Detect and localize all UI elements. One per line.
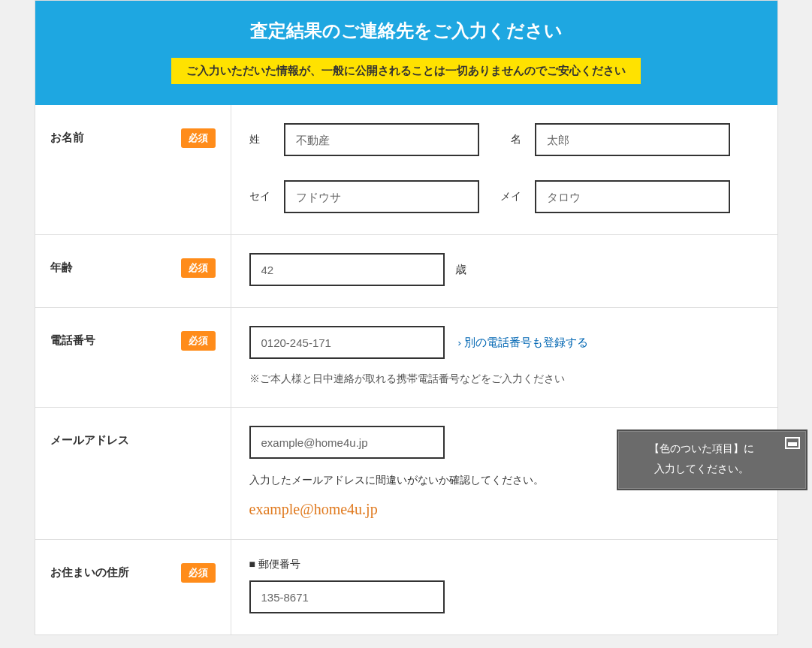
label-address-text: お住まいの住所 — [50, 561, 129, 580]
postal-label: ■ 郵便番号 — [249, 558, 759, 571]
validation-toast: 【色のついた項目】に 入力してください。 — [617, 429, 807, 490]
required-badge: 必須 — [181, 563, 216, 583]
age-input[interactable] — [249, 253, 445, 286]
mei-label: 名 — [488, 133, 526, 146]
email-input[interactable] — [249, 426, 445, 459]
row-address: お住まいの住所 必須 ■ 郵便番号 — [35, 540, 777, 634]
label-name: お名前 必須 — [35, 105, 231, 234]
toast-line2: 入力してください。 — [654, 463, 749, 475]
required-badge: 必須 — [181, 258, 216, 278]
label-age-text: 年齢 — [50, 256, 73, 275]
add-phone-link-text: 別の電話番号も登録する — [464, 336, 588, 350]
mei-input[interactable] — [535, 123, 730, 156]
minimize-icon[interactable] — [785, 437, 800, 449]
email-echo: example@home4u.jp — [249, 501, 759, 518]
postal-input[interactable] — [249, 580, 445, 613]
row-name: お名前 必須 姓 名 セイ メイ — [35, 105, 777, 235]
header-notice: ご入力いただいた情報が、一般に公開されることは一切ありませんのでご安心ください — [171, 58, 641, 84]
row-age: 年齢 必須 歳 — [35, 235, 777, 308]
label-phone: 電話番号 必須 — [35, 308, 231, 407]
label-phone-text: 電話番号 — [50, 329, 95, 348]
required-badge: 必須 — [181, 128, 216, 148]
age-row: 歳 — [249, 253, 759, 286]
row-phone: 電話番号 必須 › 別の電話番号も登録する ※ご本人様と日中連絡が取れる携帯電話… — [35, 308, 777, 408]
phone-input[interactable] — [249, 326, 445, 359]
sei-label: 姓 — [249, 133, 275, 146]
phone-note: ※ご本人様と日中連絡が取れる携帯電話番号などをご入力ください — [249, 372, 759, 386]
body-phone: › 別の電話番号も登録する ※ご本人様と日中連絡が取れる携帯電話番号などをご入力… — [231, 308, 777, 407]
header-title: 査定結果のご連絡先をご入力ください — [50, 19, 762, 43]
phone-row: › 別の電話番号も登録する — [249, 326, 759, 359]
label-name-text: お名前 — [50, 126, 84, 145]
form-container: 査定結果のご連絡先をご入力ください ご入力いただいた情報が、一般に公開されること… — [35, 0, 778, 635]
sei-kana-input[interactable] — [284, 180, 479, 213]
add-phone-link[interactable]: › 別の電話番号も登録する — [458, 336, 588, 350]
sei-input[interactable] — [284, 123, 479, 156]
age-unit: 歳 — [455, 263, 466, 277]
label-email-text: メールアドレス — [50, 429, 129, 448]
form-header: 査定結果のご連絡先をご入力ください ご入力いただいた情報が、一般に公開されること… — [35, 1, 777, 105]
sei-kana-label: セイ — [249, 190, 275, 203]
label-age: 年齢 必須 — [35, 235, 231, 307]
postal-row — [249, 580, 759, 613]
toast-line1: 【色のついた項目】に — [649, 442, 754, 454]
body-address: ■ 郵便番号 — [231, 540, 777, 634]
body-name: 姓 名 セイ メイ — [231, 105, 777, 234]
required-badge: 必須 — [181, 331, 216, 351]
name-grid: 姓 名 セイ メイ — [249, 123, 759, 213]
body-age: 歳 — [231, 235, 777, 307]
mei-kana-input[interactable] — [535, 180, 730, 213]
label-email: メールアドレス — [35, 408, 231, 539]
mei-kana-label: メイ — [488, 190, 526, 203]
label-address: お住まいの住所 必須 — [35, 540, 231, 634]
chevron-right-icon: › — [458, 337, 461, 348]
